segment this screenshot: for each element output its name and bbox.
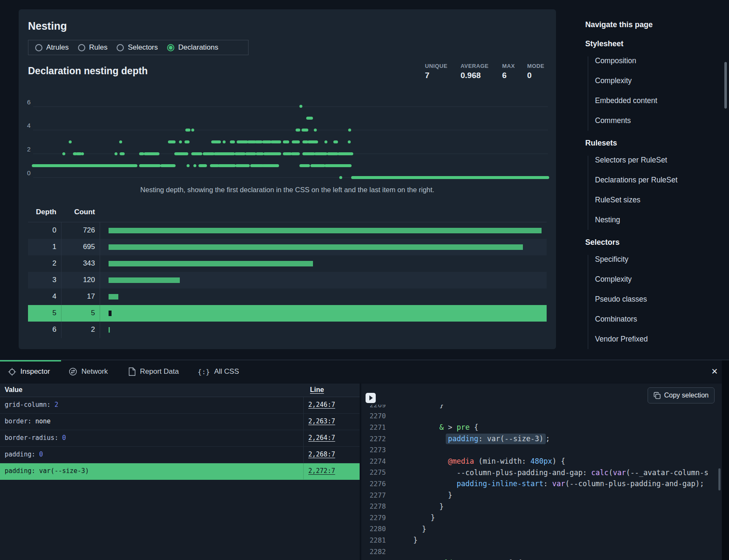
- table-row[interactable]: 1695: [28, 239, 547, 255]
- line-number: 2269: [361, 405, 386, 409]
- code-line: 2269}: [361, 405, 722, 411]
- declaration-row[interactable]: border-radius: 02,264:7: [0, 430, 360, 447]
- nav-section-rulesets[interactable]: Rulesets: [585, 139, 617, 148]
- line-link[interactable]: 2,272:7: [308, 467, 335, 475]
- stat-average: AVERAGE0.968: [461, 63, 489, 80]
- declaration-text: border-radius: 0: [5, 434, 66, 442]
- depth-cell: 5: [28, 309, 56, 317]
- tab-inspector[interactable]: Inspector: [0, 361, 61, 383]
- count-cell: 17: [61, 292, 95, 301]
- code-scrollbar[interactable]: [718, 468, 721, 490]
- code-line: 2282: [361, 546, 722, 557]
- scatter-dot-run: [263, 152, 281, 155]
- nav-item-nesting[interactable]: Nesting: [595, 216, 620, 224]
- count-cell: 2: [61, 325, 95, 334]
- nav-item-group: SpecificityComplexityPseudo classesCombi…: [588, 255, 588, 349]
- column-divider: [303, 430, 304, 446]
- line-link[interactable]: 2,268:7: [308, 451, 335, 458]
- table-row[interactable]: 55: [28, 305, 547, 322]
- chart-gridline: [33, 154, 548, 154]
- nav-item-comments[interactable]: Comments: [595, 116, 631, 125]
- declaration-row[interactable]: border: none2,263:7: [0, 414, 360, 430]
- scatter-dot-run: [348, 129, 351, 132]
- dock-scrollbar-track: [722, 360, 729, 560]
- line-link[interactable]: 2,246:7: [308, 401, 335, 409]
- scatter-dot-run: [296, 129, 300, 132]
- table-row[interactable]: 62: [28, 322, 547, 338]
- scatter-dot-run: [191, 152, 202, 155]
- page-scrollbar[interactable]: [724, 62, 727, 109]
- table-row[interactable]: 2343: [28, 255, 547, 272]
- table-row[interactable]: 0726: [28, 222, 547, 239]
- scatter-dot-run: [302, 152, 315, 155]
- count-bar: [109, 327, 110, 333]
- code-viewer[interactable]: 2269}22702271& > pre {2272padding: var(-…: [361, 405, 722, 560]
- scatter-dot-run: [314, 129, 317, 132]
- scatter-dot-run: [302, 140, 308, 143]
- line-number: 2273: [361, 446, 386, 454]
- expand-panel-icon[interactable]: [366, 393, 376, 403]
- radio-option-declarations[interactable]: Declarations: [167, 43, 218, 52]
- line-link[interactable]: 2,264:7: [308, 434, 335, 442]
- line-number: 2274: [361, 457, 386, 465]
- close-icon[interactable]: ✕: [711, 367, 718, 375]
- declaration-row[interactable]: padding: 02,268:7: [0, 447, 360, 463]
- copy-selection-button[interactable]: Copy selection: [648, 387, 715, 403]
- tab-network[interactable]: Network: [63, 361, 119, 383]
- radio-option-rules[interactable]: Rules: [78, 43, 107, 52]
- scatter-dot-run: [115, 152, 117, 155]
- file-icon: [128, 367, 136, 376]
- declaration-text: padding: 0: [5, 451, 43, 458]
- nav-item-declarations-per-ruleset[interactable]: Declarations per RuleSet: [595, 176, 678, 185]
- column-divider: [100, 288, 100, 305]
- line-number: 2282: [361, 548, 386, 556]
- nav-item-embedded-content[interactable]: Embedded content: [595, 96, 657, 105]
- nav-item-complexity[interactable]: Complexity: [595, 275, 632, 284]
- nav-item-complexity[interactable]: Complexity: [595, 76, 632, 85]
- chart-gridline: [33, 106, 548, 107]
- scatter-dot-run: [299, 164, 310, 167]
- radio-option-label: Atrules: [46, 43, 69, 52]
- radio-option-atrules[interactable]: Atrules: [35, 43, 69, 52]
- line-link[interactable]: 2,263:7: [308, 417, 335, 425]
- scatter-dot-run: [76, 152, 82, 155]
- scatter-dot-run: [214, 152, 235, 155]
- nav-item-selectors-per-ruleset[interactable]: Selectors per RuleSet: [595, 156, 667, 165]
- scatter-dot-run: [351, 176, 549, 179]
- table-row[interactable]: 417: [28, 288, 547, 305]
- tab-label: Report Data: [140, 367, 179, 376]
- nav-item-specificity[interactable]: Specificity: [595, 255, 628, 264]
- copy-selection-label: Copy selection: [664, 392, 709, 399]
- scatter-dot-run: [292, 140, 300, 143]
- declaration-row[interactable]: padding: var(--size-3)2,272:7: [0, 463, 360, 480]
- count-bar: [109, 294, 118, 300]
- column-divider: [303, 447, 304, 463]
- declaration-row[interactable]: grid-column: 22,246:7: [0, 397, 360, 414]
- code-line: 2279}: [361, 512, 722, 524]
- values-panel: Value Line grid-column: 22,246:7border: …: [0, 384, 360, 560]
- line-column-header[interactable]: Line: [310, 386, 324, 394]
- tab-all-css[interactable]: {:}All CSS: [192, 361, 243, 383]
- radio-option-selectors[interactable]: Selectors: [117, 43, 158, 52]
- depth-cell: 3: [28, 276, 56, 284]
- tab-report-data[interactable]: Report Data: [122, 361, 190, 383]
- nav-item-pseudo-classes[interactable]: Pseudo classes: [595, 295, 647, 304]
- nav-item-vendor-prefixed[interactable]: Vendor Prefixed: [595, 335, 648, 344]
- count-column-header: Count: [61, 208, 95, 216]
- scatter-dot-run: [174, 152, 189, 155]
- nav-item-composition[interactable]: Composition: [595, 56, 636, 65]
- code-text: @media (min-width: 480px) {: [405, 457, 565, 465]
- table-row[interactable]: 3120: [28, 272, 547, 288]
- code-line: 2272padding: var(--size-3);: [361, 433, 722, 445]
- nav-section-selectors[interactable]: Selectors: [585, 238, 620, 247]
- stat-mode: MODE0: [527, 63, 545, 80]
- count-bar: [109, 261, 313, 266]
- nav-section-stylesheet[interactable]: Stylesheet: [585, 39, 623, 48]
- nav-item-combinators[interactable]: Combinators: [595, 315, 637, 324]
- nav-item-ruleset-sizes[interactable]: RuleSet sizes: [595, 196, 640, 204]
- radio-option-label: Selectors: [128, 43, 158, 52]
- radio-dot: [169, 46, 173, 50]
- line-number: 2279: [361, 514, 386, 522]
- page-title: Nesting: [28, 20, 67, 32]
- count-bar: [109, 277, 180, 283]
